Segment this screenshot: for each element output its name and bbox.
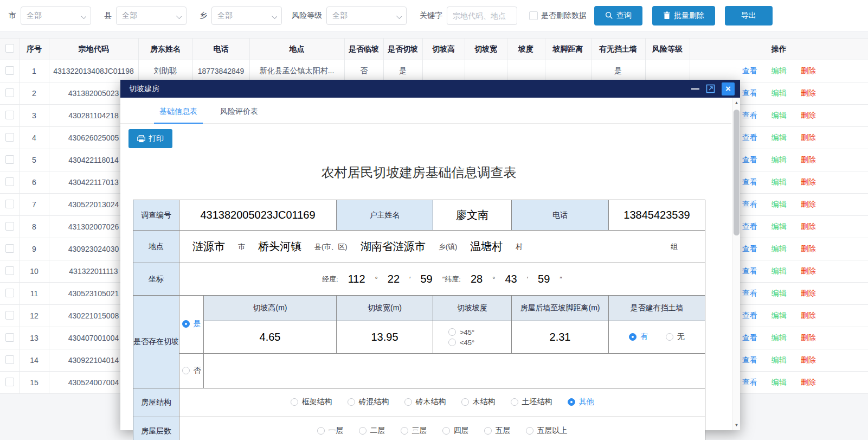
edit-link[interactable]: 编辑 xyxy=(771,66,787,75)
delete-link[interactable]: 删除 xyxy=(801,133,816,142)
tab-risk-evaluation[interactable]: 风险评价表 xyxy=(218,107,260,123)
delete-link[interactable]: 删除 xyxy=(801,66,816,75)
close-button[interactable]: × xyxy=(722,82,735,95)
edit-link[interactable]: 编辑 xyxy=(771,333,787,342)
row-checkbox[interactable] xyxy=(5,111,14,119)
view-link[interactable]: 查看 xyxy=(742,222,757,231)
select-all-checkbox[interactable] xyxy=(5,44,14,53)
row-checkbox[interactable] xyxy=(5,88,14,97)
wall-no-radio[interactable]: 无 xyxy=(666,332,685,342)
deleted-data-checkbox[interactable] xyxy=(529,11,538,20)
modal-header[interactable]: 切坡建房 × xyxy=(120,80,740,98)
view-link[interactable]: 查看 xyxy=(742,133,757,142)
radio-option[interactable]: >45° xyxy=(448,328,474,336)
radio-option[interactable]: 砖混结构 xyxy=(348,397,389,407)
view-link[interactable]: 查看 xyxy=(742,311,757,320)
row-checkbox[interactable] xyxy=(5,133,14,142)
row-checkbox[interactable] xyxy=(5,66,14,75)
deleted-data-checkbox-wrap[interactable]: 是否删除数据 xyxy=(529,11,587,21)
view-link[interactable]: 查看 xyxy=(742,355,757,364)
row-checkbox[interactable] xyxy=(5,244,14,253)
radio-option[interactable]: 框架结构 xyxy=(291,397,332,407)
radio-option[interactable]: 一层 xyxy=(317,426,344,436)
radio-option[interactable]: 五层 xyxy=(484,426,511,436)
delete-link[interactable]: 删除 xyxy=(801,177,816,186)
print-button[interactable]: 打印 xyxy=(128,129,172,148)
row-checkbox[interactable] xyxy=(5,266,14,275)
edit-link[interactable]: 编辑 xyxy=(771,311,787,320)
radio-option[interactable]: 土坯结构 xyxy=(511,397,552,407)
delete-link[interactable]: 删除 xyxy=(801,289,816,297)
delete-link[interactable]: 删除 xyxy=(801,355,816,364)
scroll-up-icon[interactable]: ▲ xyxy=(732,99,741,107)
minimize-button[interactable] xyxy=(691,88,699,90)
view-link[interactable]: 查看 xyxy=(742,333,757,342)
delete-link[interactable]: 删除 xyxy=(801,88,816,97)
view-link[interactable]: 查看 xyxy=(742,111,757,119)
edit-link[interactable]: 编辑 xyxy=(771,133,787,142)
township-select[interactable]: 全部 xyxy=(211,7,282,25)
modal-scrollbar[interactable]: ▲ ▼ xyxy=(732,98,740,430)
query-button[interactable]: 查询 xyxy=(594,6,642,25)
radio-option[interactable]: 四层 xyxy=(442,426,469,436)
radio-option[interactable]: 砖木结构 xyxy=(404,397,446,407)
wall-yes-radio[interactable]: 有 xyxy=(629,332,648,342)
view-link[interactable]: 查看 xyxy=(742,88,757,97)
row-checkbox[interactable] xyxy=(5,311,14,320)
view-link[interactable]: 查看 xyxy=(742,378,757,386)
row-checkbox[interactable] xyxy=(5,289,14,297)
scroll-down-icon[interactable]: ▼ xyxy=(732,421,741,429)
edit-link[interactable]: 编辑 xyxy=(771,289,787,297)
row-checkbox[interactable] xyxy=(5,222,14,231)
delete-link[interactable]: 删除 xyxy=(801,311,816,320)
cut-slope-yes-radio[interactable]: 是 xyxy=(182,319,201,329)
view-link[interactable]: 查看 xyxy=(742,266,757,275)
radio-option[interactable]: 木结构 xyxy=(461,397,496,407)
edit-link[interactable]: 编辑 xyxy=(771,88,787,97)
view-link[interactable]: 查看 xyxy=(742,200,757,208)
edit-link[interactable]: 编辑 xyxy=(771,378,787,386)
view-link[interactable]: 查看 xyxy=(742,244,757,253)
scrollbar-thumb[interactable] xyxy=(734,110,740,235)
export-button[interactable]: 导出 xyxy=(725,6,773,25)
row-checkbox[interactable] xyxy=(5,177,14,186)
view-link[interactable]: 查看 xyxy=(742,289,757,297)
batch-delete-button[interactable]: 批量删除 xyxy=(652,6,715,25)
radio-option[interactable]: 三层 xyxy=(401,426,427,436)
cut-slope-no-radio[interactable]: 否 xyxy=(182,366,201,375)
county-select[interactable]: 全部 xyxy=(116,7,187,25)
radio-option[interactable]: 五层以上 xyxy=(526,426,568,436)
row-checkbox[interactable] xyxy=(5,378,14,386)
edit-link[interactable]: 编辑 xyxy=(771,244,787,253)
radio-option[interactable]: <45° xyxy=(448,339,474,347)
maximize-button[interactable] xyxy=(706,84,715,93)
delete-link[interactable]: 删除 xyxy=(801,222,816,231)
delete-link[interactable]: 删除 xyxy=(801,333,816,342)
edit-link[interactable]: 编辑 xyxy=(771,222,787,231)
delete-link[interactable]: 删除 xyxy=(801,200,816,208)
delete-link[interactable]: 删除 xyxy=(801,111,816,119)
city-select[interactable]: 全部 xyxy=(21,7,91,25)
view-link[interactable]: 查看 xyxy=(742,66,757,75)
edit-link[interactable]: 编辑 xyxy=(771,200,787,208)
delete-link[interactable]: 删除 xyxy=(801,155,816,164)
edit-link[interactable]: 编辑 xyxy=(771,111,787,119)
row-checkbox[interactable] xyxy=(5,333,14,342)
delete-link[interactable]: 删除 xyxy=(801,266,816,275)
edit-link[interactable]: 编辑 xyxy=(771,177,787,186)
edit-link[interactable]: 编辑 xyxy=(771,155,787,164)
radio-option[interactable]: 其他 xyxy=(568,397,594,407)
view-link[interactable]: 查看 xyxy=(742,177,757,186)
tab-basic-info[interactable]: 基础信息表 xyxy=(157,107,200,123)
view-link[interactable]: 查看 xyxy=(742,155,757,164)
row-checkbox[interactable] xyxy=(5,355,14,364)
edit-link[interactable]: 编辑 xyxy=(771,355,787,364)
keyword-input[interactable] xyxy=(447,7,517,25)
radio-option[interactable]: 二层 xyxy=(359,426,385,436)
edit-link[interactable]: 编辑 xyxy=(771,266,787,275)
risk-level-select[interactable]: 全部 xyxy=(326,7,407,25)
delete-link[interactable]: 删除 xyxy=(801,244,816,253)
row-checkbox[interactable] xyxy=(5,155,14,164)
row-checkbox[interactable] xyxy=(5,200,14,208)
delete-link[interactable]: 删除 xyxy=(801,378,816,386)
